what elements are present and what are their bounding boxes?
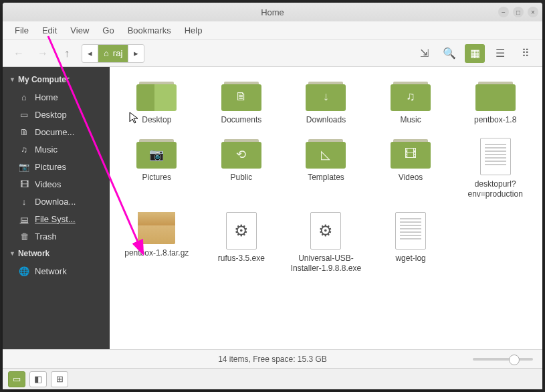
folder-glyph-icon: ↓ bbox=[306, 90, 346, 104]
menu-file[interactable]: File bbox=[9, 23, 34, 38]
file-item-label: Public bbox=[231, 173, 253, 183]
doc-icon: 🗎 bbox=[19, 126, 29, 137]
chevron-down-icon: ▼ bbox=[9, 76, 15, 83]
sidebar-item-label: Desktop bbox=[35, 110, 67, 120]
file-item-label: Desktop bbox=[142, 115, 171, 126]
bottom-tray: ▭ ◧ ⊞ bbox=[3, 368, 542, 389]
file-item[interactable]: ⚙Universal-USB-Installer-1.9.8.8.exe bbox=[286, 209, 366, 277]
path-home-button[interactable]: ⌂ raj bbox=[98, 45, 128, 62]
zoom-slider[interactable] bbox=[473, 358, 533, 361]
file-item-label: Videos bbox=[399, 173, 423, 183]
sidebar-item-label: Videos bbox=[35, 179, 62, 189]
close-button[interactable]: × bbox=[528, 7, 538, 17]
icon-view-button[interactable]: ▦ bbox=[465, 44, 485, 63]
file-item[interactable]: 🗎Documents bbox=[201, 78, 282, 128]
menu-go[interactable]: Go bbox=[97, 23, 119, 38]
file-item[interactable]: 📷Pictures bbox=[116, 135, 197, 203]
search-button[interactable]: 🔍 bbox=[439, 44, 459, 63]
sidebar-section-header[interactable]: ▼My Computer bbox=[3, 71, 110, 88]
executable-icon: ⚙ bbox=[226, 212, 257, 250]
sidebar-item-home[interactable]: ⌂Home bbox=[3, 88, 110, 106]
sidebar-item-pic[interactable]: 📷Pictures bbox=[3, 158, 110, 175]
toggle-location-button[interactable]: ⇲ bbox=[414, 44, 434, 63]
sidebar-section-title: Network bbox=[18, 249, 49, 258]
folder-icon: ♫ bbox=[391, 80, 431, 111]
sidebar-item-doc[interactable]: 🗎Docume... bbox=[3, 123, 110, 140]
file-item[interactable]: desktopurl?env=production bbox=[455, 135, 536, 203]
file-item-label: rufus-3.5.exe bbox=[218, 254, 265, 264]
content-area[interactable]: Desktop🗎Documents↓Downloads♫Musicpentbox… bbox=[110, 67, 542, 349]
menubar: File Edit View Go Bookmarks Help bbox=[3, 21, 542, 40]
folder-icon: 🎞 bbox=[391, 138, 431, 169]
tray-app1-button[interactable]: ◧ bbox=[29, 371, 47, 387]
sidebar-item-music[interactable]: ♫Music bbox=[3, 140, 110, 158]
sidebar-item-label: File Syst... bbox=[35, 214, 76, 224]
file-item[interactable]: pentbox-1.8.tar.gz bbox=[116, 209, 197, 277]
folder-icon bbox=[475, 80, 516, 111]
file-item-label: Documents bbox=[221, 115, 262, 126]
menu-help[interactable]: Help bbox=[179, 23, 208, 38]
status-text: 14 items, Free space: 15.3 GB bbox=[218, 355, 327, 364]
window-title: Home bbox=[261, 7, 284, 17]
file-item-label: wget-log bbox=[395, 254, 425, 264]
menu-bookmarks[interactable]: Bookmarks bbox=[122, 23, 177, 38]
sidebar-item-fs[interactable]: 🖴File Syst... bbox=[3, 210, 110, 227]
file-item-label: Universal-USB-Installer-1.9.8.8.exe bbox=[289, 254, 362, 274]
home-icon: ⌂ bbox=[19, 92, 29, 102]
tray-app2-button[interactable]: ⊞ bbox=[51, 371, 68, 387]
sidebar-item-network[interactable]: 🌐Network bbox=[3, 262, 110, 280]
file-item-label: desktopurl?env=production bbox=[459, 179, 532, 200]
sidebar-item-download[interactable]: ↓Downloa... bbox=[3, 193, 110, 210]
pic-icon: 📷 bbox=[19, 161, 29, 172]
network-icon: 🌐 bbox=[19, 266, 29, 276]
sidebar-item-trash[interactable]: 🗑Trash bbox=[3, 227, 110, 245]
sidebar-item-desktop[interactable]: ▭Desktop bbox=[3, 106, 110, 123]
sidebar-item-video[interactable]: 🎞Videos bbox=[3, 175, 110, 193]
sidebar-section-header[interactable]: ▼Network bbox=[3, 245, 110, 262]
file-item-label: pentbox-1.8 bbox=[474, 115, 516, 126]
sidebar-item-label: Docume... bbox=[35, 127, 74, 137]
archive-icon bbox=[138, 212, 175, 244]
file-item[interactable]: ◺Templates bbox=[286, 135, 366, 203]
file-item[interactable]: 🎞Videos bbox=[370, 135, 451, 203]
forward-button[interactable]: → bbox=[33, 44, 52, 63]
file-item[interactable]: ↓Downloads bbox=[286, 78, 366, 128]
list-view-button[interactable]: ☰ bbox=[490, 44, 510, 63]
video-icon: 🎞 bbox=[19, 179, 29, 189]
pathbar: ◂ ⌂ raj ▸ bbox=[82, 44, 144, 63]
folder-glyph-icon: ⟲ bbox=[221, 147, 261, 162]
sidebar-item-label: Trash bbox=[35, 231, 57, 241]
textfile-icon bbox=[395, 212, 426, 250]
file-item[interactable]: ⚙rufus-3.5.exe bbox=[201, 209, 282, 277]
toolbar: ← → ↑ ◂ ⌂ raj ▸ ⇲ 🔍 ▦ ☰ ⠿ bbox=[3, 40, 542, 67]
executable-icon: ⚙ bbox=[310, 212, 341, 250]
maximize-button[interactable]: □ bbox=[513, 7, 524, 17]
up-button[interactable]: ↑ bbox=[58, 44, 76, 63]
path-next-button[interactable]: ▸ bbox=[128, 45, 144, 62]
statusbar: 14 items, Free space: 15.3 GB bbox=[3, 349, 542, 368]
path-current-label: raj bbox=[113, 48, 122, 58]
menu-edit[interactable]: Edit bbox=[37, 23, 62, 38]
folder-icon: ◺ bbox=[306, 138, 346, 169]
file-item[interactable]: wget-log bbox=[370, 209, 451, 277]
menu-view[interactable]: View bbox=[65, 23, 94, 38]
trash-icon: 🗑 bbox=[19, 231, 29, 241]
folder-icon: 📷 bbox=[136, 138, 177, 169]
file-item[interactable]: ♫Music bbox=[370, 78, 451, 128]
tray-files-button[interactable]: ▭ bbox=[8, 371, 25, 387]
compact-view-button[interactable]: ⠿ bbox=[516, 44, 536, 63]
download-icon: ↓ bbox=[19, 196, 29, 207]
minimize-button[interactable]: − bbox=[498, 7, 509, 17]
path-prev-button[interactable]: ◂ bbox=[82, 45, 98, 62]
file-item[interactable]: Desktop bbox=[116, 78, 197, 128]
sidebar-section-title: My Computer bbox=[18, 75, 70, 84]
folder-glyph-icon: 🗎 bbox=[221, 90, 261, 104]
textfile-icon bbox=[480, 138, 511, 175]
sidebar: ▼My Computer⌂Home▭Desktop🗎Docume...♫Musi… bbox=[3, 67, 110, 349]
file-item[interactable]: ⟲Public bbox=[201, 135, 282, 203]
file-item-label: pentbox-1.8.tar.gz bbox=[124, 248, 189, 259]
back-button[interactable]: ← bbox=[9, 44, 28, 63]
file-item[interactable]: pentbox-1.8 bbox=[455, 78, 536, 128]
music-icon: ♫ bbox=[19, 144, 29, 155]
sidebar-item-label: Downloa... bbox=[35, 197, 76, 207]
